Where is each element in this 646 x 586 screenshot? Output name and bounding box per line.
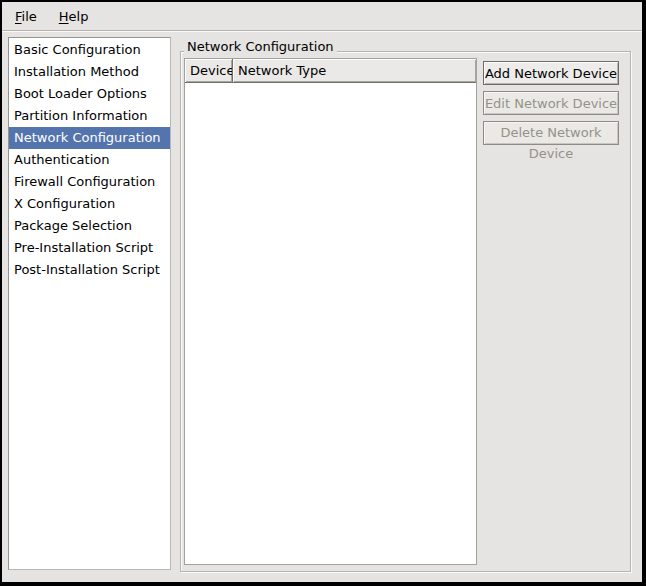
frame-title: Network Configuration — [184, 39, 337, 55]
sidebar-item-authentication[interactable]: Authentication — [9, 149, 170, 171]
sidebar-item-basic-configuration[interactable]: Basic Configuration — [9, 39, 170, 61]
network-device-table: Device Network Type — [184, 58, 477, 565]
column-header-device[interactable]: Device — [185, 59, 233, 83]
column-header-network-type[interactable]: Network Type — [233, 59, 476, 83]
sidebar-item-post-installation-script[interactable]: Post-Installation Script — [9, 259, 170, 281]
table-header-row: Device Network Type — [185, 59, 476, 83]
edit-network-device-button[interactable]: Edit Network Device — [483, 91, 619, 115]
sidebar-item-package-selection[interactable]: Package Selection — [9, 215, 170, 237]
sidebar-item-pre-installation-script[interactable]: Pre-Installation Script — [9, 237, 170, 259]
sidebar-item-boot-loader-options[interactable]: Boot Loader Options — [9, 83, 170, 105]
menu-help[interactable]: Help — [50, 6, 98, 27]
menubar: File Help — [2, 2, 642, 31]
menu-file[interactable]: File — [6, 6, 46, 27]
add-network-device-button[interactable]: Add Network Device — [483, 61, 619, 85]
sidebar-item-firewall-configuration[interactable]: Firewall Configuration — [9, 171, 170, 193]
sidebar-item-x-configuration[interactable]: X Configuration — [9, 193, 170, 215]
device-action-buttons: Add Network Device Edit Network Device D… — [483, 61, 619, 145]
delete-network-device-button[interactable]: Delete Network Device — [483, 121, 619, 145]
sidebar-item-partition-information[interactable]: Partition Information — [9, 105, 170, 127]
menu-item-mnemonic: H — [59, 9, 69, 24]
sidebar-item-network-configuration[interactable]: Network Configuration — [9, 127, 170, 149]
kickstart-configurator-window: File Help Basic Configuration Installati… — [2, 2, 642, 582]
sidebar-section-list[interactable]: Basic Configuration Installation Method … — [8, 37, 171, 570]
menu-item-label: ile — [22, 9, 37, 24]
table-body-empty[interactable] — [185, 83, 476, 564]
menu-item-label: elp — [69, 9, 89, 24]
sidebar-item-installation-method[interactable]: Installation Method — [9, 61, 170, 83]
